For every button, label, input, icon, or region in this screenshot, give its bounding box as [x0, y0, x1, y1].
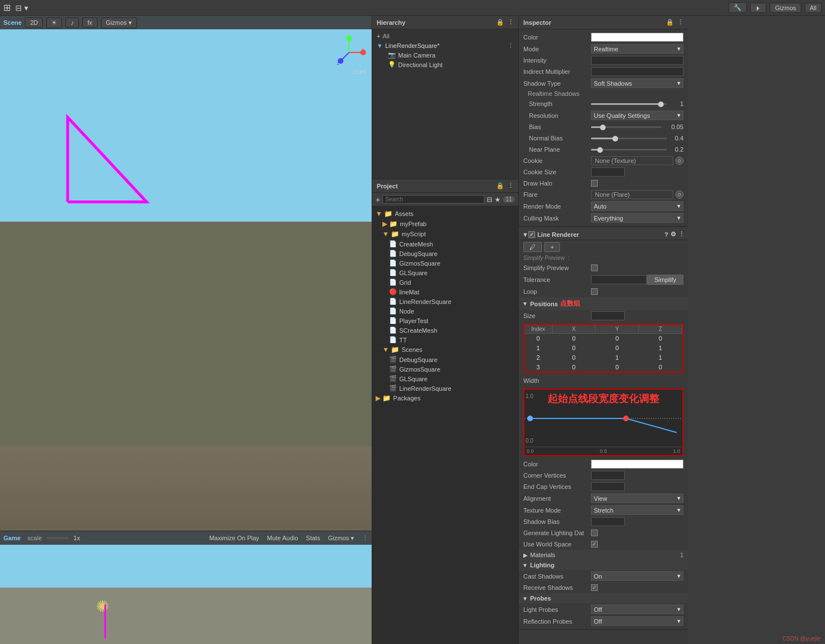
draw-halo-checkbox[interactable] [591, 180, 598, 187]
corner-vertices-input[interactable]: 0 [591, 471, 625, 480]
inspector-options-icon[interactable]: ⋮ [677, 19, 683, 26]
receive-shadows-checkbox[interactable] [591, 584, 598, 591]
use-world-space-checkbox[interactable] [591, 541, 598, 548]
lr-color-swatch[interactable] [591, 460, 683, 469]
project-file-linemat[interactable]: 🔴 lineMat [372, 287, 518, 297]
hierarchy-options-icon[interactable]: ⋮ [508, 19, 514, 26]
render-mode-dropdown[interactable]: Auto ▾ [591, 201, 683, 211]
play-icon[interactable]: ⏵ [750, 3, 766, 13]
inspector-lock-icon[interactable]: 🔒 [666, 19, 674, 26]
shadow-type-dropdown[interactable]: Soft Shadows ▾ [591, 78, 683, 88]
pos-z-3[interactable]: 0 [639, 363, 682, 372]
2d-btn[interactable]: 2D [25, 17, 43, 28]
mute-audio-btn[interactable]: Mute Audio [267, 535, 298, 541]
positions-header[interactable]: ▼ Positions 点数组 [519, 297, 688, 310]
game-tab[interactable]: Game [3, 535, 21, 541]
pos-x-2[interactable]: 0 [553, 353, 596, 362]
texture-mode-dropdown[interactable]: Stretch ▾ [591, 505, 683, 515]
gizmos-game-btn[interactable]: Gizmos ▾ [328, 535, 354, 542]
fx-btn[interactable]: fx [82, 17, 98, 28]
pos-y-0[interactable]: 0 [595, 334, 639, 343]
lighting-btn[interactable]: ☀ [46, 17, 62, 28]
project-file-screatemesh[interactable]: 📄 SCreateMesh [372, 325, 518, 335]
pos-y-2[interactable]: 1 [595, 353, 639, 362]
project-folder-packages[interactable]: ▶ 📁 Packages [372, 393, 518, 403]
project-options-icon[interactable]: ⋮ [508, 182, 514, 189]
pos-x-0[interactable]: 0 [553, 334, 596, 343]
project-file-linerendersquare[interactable]: 📄 LineRenderSquare [372, 297, 518, 306]
hierarchy-item-2[interactable]: 💡 Directional Light [372, 60, 518, 69]
alignment-dropdown[interactable]: View ▾ [591, 493, 683, 503]
project-file-createmesh[interactable]: 📄 CreateMesh [372, 239, 518, 249]
end-cap-vertices-input[interactable]: 0 [591, 482, 625, 491]
width-curve-container[interactable]: 1.0 起始点线段宽度变化调整 0.0 0.0 0.5 1.0 [523, 389, 683, 456]
pos-z-2[interactable]: 1 [639, 353, 682, 362]
pos-x-1[interactable]: 0 [553, 343, 596, 352]
project-scene-linerender[interactable]: 🎬 LineRenderSquare [372, 383, 518, 393]
strength-slider[interactable] [591, 103, 667, 105]
lighting-section-header[interactable]: ▼ Lighting [519, 560, 688, 570]
project-file-tt[interactable]: 📄 TT [372, 335, 518, 345]
scene-tab[interactable]: Scene [3, 19, 21, 26]
pos-z-0[interactable]: 0 [639, 334, 682, 343]
lr-settings-icon[interactable]: ⚙ [670, 231, 676, 238]
project-filter-icon[interactable]: ⊟ [487, 196, 492, 204]
normal-bias-slider[interactable] [591, 138, 667, 139]
pos-z-1[interactable]: 1 [639, 343, 682, 352]
project-file-playertest[interactable]: 📄 PlayerTest [372, 316, 518, 325]
intensity-input[interactable]: 1 [591, 56, 683, 65]
game-options-btn[interactable]: ⋮ [362, 535, 368, 542]
materials-section[interactable]: ▶ Materials 1 [519, 550, 688, 560]
resolution-dropdown[interactable]: Use Quality Settings ▾ [591, 111, 683, 120]
project-star-icon[interactable]: ★ [495, 196, 501, 204]
culling-mask-dropdown[interactable]: Everything ▾ [591, 213, 683, 223]
pos-y-3[interactable]: 0 [595, 363, 639, 372]
project-file-gizmossquare[interactable]: 📄 GizmosSquare [372, 258, 518, 268]
gizmos-button[interactable]: Gizmos [770, 3, 801, 13]
gen-lighting-checkbox[interactable] [591, 530, 598, 536]
hierarchy-item-1[interactable]: 📷 Main Camera [372, 50, 518, 60]
lr-help-icon[interactable]: ? [664, 231, 668, 238]
hierarchy-item-options[interactable]: ⋮ [508, 42, 514, 49]
project-file-grid[interactable]: 📄 Grid [372, 277, 518, 287]
lr-enable-checkbox[interactable] [528, 231, 535, 238]
tolerance-input[interactable]: 1 [591, 275, 647, 284]
project-lock-icon[interactable]: 🔒 [496, 182, 504, 189]
project-scene-gizmos[interactable]: 🎬 GizmosSquare [372, 364, 518, 374]
project-search-input[interactable] [382, 195, 484, 204]
maximize-on-play-btn[interactable]: Maximize On Play [209, 535, 259, 541]
hierarchy-create-btn[interactable]: + All [372, 32, 518, 41]
stats-btn[interactable]: Stats [306, 535, 320, 541]
lr-options-icon[interactable]: ⋮ [678, 231, 685, 238]
flare-value[interactable]: None (Flare) [591, 190, 673, 199]
reflection-probes-dropdown[interactable]: Off ▾ [591, 616, 683, 626]
mode-dropdown[interactable]: Realtime ▾ [591, 44, 683, 54]
bias-slider[interactable] [591, 126, 661, 128]
simplify-preview-checkbox[interactable] [591, 264, 598, 271]
probes-section-header[interactable]: ▼ Probes [519, 593, 688, 603]
line-renderer-header[interactable]: ▼ Line Renderer ? ⚙ ⋮ [519, 229, 688, 240]
all-button[interactable]: All [805, 3, 822, 13]
scale-slider[interactable] [46, 537, 69, 539]
project-folder-myprefab[interactable]: ▶ 📁 myPrefab [372, 219, 518, 229]
project-folder-scenes[interactable]: ▼ 📁 Scenes [372, 345, 518, 355]
color-swatch[interactable] [591, 33, 683, 42]
project-folder-assets[interactable]: ▼ 📁 Assets [372, 209, 518, 219]
cookie-size-input[interactable]: 10 [591, 167, 625, 177]
cookie-value[interactable]: None (Texture) [591, 156, 673, 165]
gizmos-scene-btn[interactable]: Gizmos ▾ [101, 17, 137, 28]
project-folder-myscript[interactable]: ▼ 📁 myScript [372, 229, 518, 239]
audio-btn[interactable]: ♪ [65, 17, 79, 28]
lr-add-btn[interactable]: + [544, 242, 560, 252]
hierarchy-lock-icon[interactable]: 🔒 [496, 19, 504, 26]
pos-x-3[interactable]: 0 [553, 363, 596, 372]
loop-checkbox[interactable] [591, 288, 598, 295]
cast-shadows-dropdown[interactable]: On ▾ [591, 571, 683, 581]
simplify-button[interactable]: Simplify [647, 275, 683, 285]
hierarchy-item-0[interactable]: ▼ LineRenderSquare* ⋮ [372, 41, 518, 50]
pos-y-1[interactable]: 0 [595, 343, 639, 352]
project-scene-gl[interactable]: 🎬 GLSquare [372, 374, 518, 383]
size-input[interactable]: 4 [591, 311, 625, 320]
project-file-debugsquare[interactable]: 📄 DebugSquare [372, 249, 518, 258]
light-probes-dropdown[interactable]: Off ▾ [591, 605, 683, 614]
